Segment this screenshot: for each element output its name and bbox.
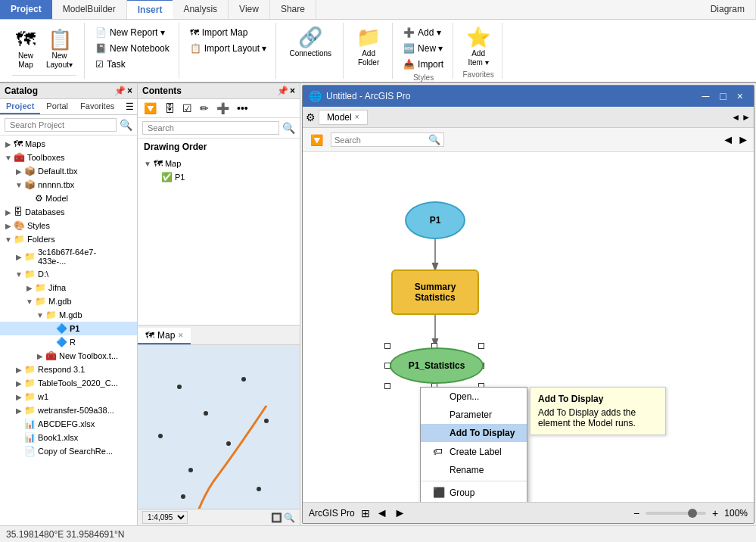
tab-view[interactable]: View xyxy=(229,0,270,19)
node-handle-tr[interactable] xyxy=(478,343,484,349)
win-maximize-button[interactable]: □ xyxy=(715,89,730,104)
list-item[interactable]: ▶ 📁 Respond 3.1 xyxy=(0,363,137,376)
context-menu-item-add-to-display[interactable]: Add To Display xyxy=(421,424,527,442)
model-tab-scroll-left[interactable]: ◄ xyxy=(731,112,740,123)
list-item[interactable]: ▶ 📁 TableTools_2020_C... xyxy=(0,376,137,390)
contents-edit-button[interactable]: ✏ xyxy=(197,101,212,116)
p1-node[interactable]: P1 xyxy=(405,201,465,239)
win-minimize-button[interactable]: ─ xyxy=(697,89,714,104)
list-item[interactable]: ▼ 📁 M.gdb xyxy=(0,294,137,308)
catalog-search-button[interactable]: 🔍 xyxy=(120,119,132,131)
list-item[interactable]: ▼ 📁 D:\ xyxy=(0,267,137,281)
add-item-button[interactable]: ⭐ AddItem ▾ xyxy=(462,24,494,69)
list-item[interactable]: 📊 Book1.xlsx xyxy=(0,431,137,444)
import-layout-button[interactable]: 📋 Import Layout ▾ xyxy=(187,42,270,55)
list-item[interactable]: ▶ 📁 wetransfer-509a38... xyxy=(0,403,137,417)
tab-share[interactable]: Share xyxy=(270,0,316,19)
catalog-search-input[interactable] xyxy=(5,118,117,132)
import-map-button[interactable]: 🗺 Import Map xyxy=(187,26,270,39)
context-menu-item-parameter[interactable]: Parameter xyxy=(421,406,527,424)
scale-select[interactable]: 1:4,095 xyxy=(142,511,188,524)
context-menu-item-open[interactable]: Open... xyxy=(421,388,527,406)
tab-diagram[interactable]: Diagram xyxy=(700,0,756,19)
list-item[interactable]: ▼ 🗺 Map xyxy=(138,157,300,170)
catalog-tab-project[interactable]: Project xyxy=(0,99,40,114)
model-tab[interactable]: Model × xyxy=(319,110,368,125)
contents-more-button[interactable]: ••• xyxy=(234,101,251,116)
tab-project[interactable]: Project xyxy=(0,0,52,19)
list-item[interactable]: ▶ 🎨 Styles xyxy=(0,219,137,232)
contents-filter-button[interactable]: 🔽 xyxy=(141,101,160,116)
catalog-pin-icon[interactable]: 📌 xyxy=(114,86,126,96)
model-canvas[interactable]: P1 SummaryStatistics P1_Statistics xyxy=(303,152,754,502)
zoom-out-button[interactable]: − xyxy=(633,507,639,519)
list-item[interactable]: ▼ 🧰 Toolboxes xyxy=(0,151,137,164)
contents-search-button[interactable]: 🔍 xyxy=(282,122,295,134)
contents-add-button[interactable]: ➕ xyxy=(213,101,232,116)
list-item[interactable]: ⚙ Model xyxy=(0,192,137,205)
contents-db-button[interactable]: 🗄 xyxy=(161,101,178,116)
status-back-button[interactable]: ◄ xyxy=(376,506,388,520)
contents-pin-icon[interactable]: 📌 xyxy=(277,86,288,96)
list-item[interactable]: ▶ 🗄 Databases xyxy=(0,205,137,219)
ribbon-group-newmap-label xyxy=(12,75,76,77)
filter-button[interactable]: 🔽 xyxy=(307,132,326,148)
context-menu-item-create-label[interactable]: 🏷 Create Label xyxy=(421,442,527,461)
new-layout-button[interactable]: 📋 NewLayout▾ xyxy=(42,26,76,71)
map-zoom-in-btn[interactable]: 🔍 xyxy=(284,512,295,523)
list-item[interactable]: 📊 ABCDEFG.xlsx xyxy=(0,417,137,431)
list-item[interactable]: ▶ 🗺 Maps xyxy=(0,137,137,151)
list-item[interactable]: 🔷 P1 xyxy=(0,322,137,335)
node-handle-tl[interactable] xyxy=(384,343,390,349)
list-item[interactable]: ✅ P1 xyxy=(138,170,300,184)
model-tab-scroll-right[interactable]: ► xyxy=(742,112,751,123)
map-area[interactable] xyxy=(138,345,300,509)
model-search-button[interactable]: 🔍 xyxy=(428,134,440,145)
task-button[interactable]: ☑ Task xyxy=(92,58,173,71)
list-item[interactable]: ▶ 🧰 New Toolbox.t... xyxy=(0,349,137,363)
contents-select-button[interactable]: ☑ xyxy=(179,101,195,116)
new-report-button[interactable]: 📄 New Report ▾ xyxy=(92,26,173,39)
catalog-menu-icon[interactable]: ☰ xyxy=(123,99,137,114)
list-item[interactable]: ▶ 📁 Jifna xyxy=(0,281,137,294)
import-styles-button[interactable]: 📥Import xyxy=(400,58,446,71)
tab-modelbuilder[interactable]: ModelBuilder xyxy=(52,0,127,19)
forward-nav-button[interactable]: ► xyxy=(737,133,749,147)
node-handle-bl[interactable] xyxy=(384,383,390,389)
model-search-input[interactable] xyxy=(334,136,425,145)
list-item[interactable]: 📄 Copy of SearchRe... xyxy=(0,444,137,458)
catalog-tab-portal[interactable]: Portal xyxy=(40,99,74,114)
map-tab-close[interactable]: × xyxy=(178,330,183,341)
context-menu-item-rename[interactable]: Rename xyxy=(421,461,527,479)
catalog-tab-favorites[interactable]: Favorites xyxy=(74,99,120,114)
list-item[interactable]: ▶ 📁 3c16b67f-64e7-433e-... xyxy=(0,246,137,267)
list-item[interactable]: 🔷 R xyxy=(0,335,137,349)
tab-analysis[interactable]: Analysis xyxy=(173,0,229,19)
list-item[interactable]: ▼ 📁 Folders xyxy=(0,232,137,246)
new-notebook-button[interactable]: 📓 New Notebook xyxy=(92,42,173,55)
list-item[interactable]: ▼ 📦 nnnnn.tbx xyxy=(0,178,137,192)
catalog-close-icon[interactable]: × xyxy=(127,86,132,96)
tab-insert[interactable]: Insert xyxy=(127,0,173,19)
new-map-button[interactable]: 🗺 NewMap xyxy=(12,26,39,71)
win-close-button[interactable]: × xyxy=(733,89,748,104)
list-item[interactable]: ▼ 📁 M.gdb xyxy=(0,308,137,322)
summary-statistics-node[interactable]: SummaryStatistics xyxy=(391,269,479,315)
map-nav-btn[interactable]: 🔲 xyxy=(271,512,282,523)
contents-search-input[interactable] xyxy=(142,121,279,135)
connections-button[interactable]: 🔗 Connections xyxy=(285,24,335,59)
contents-close-icon[interactable]: × xyxy=(290,86,295,96)
new-styles-button[interactable]: 🆕New ▾ xyxy=(400,42,446,55)
p1-statistics-node[interactable]: P1_Statistics xyxy=(390,347,484,384)
back-nav-button[interactable]: ◄ xyxy=(722,133,734,147)
zoom-in-button[interactable]: + xyxy=(712,507,718,519)
add-styles-button[interactable]: ➕Add ▾ xyxy=(400,26,446,39)
map-tab-map[interactable]: 🗺 Map × xyxy=(138,328,191,344)
list-item[interactable]: ▶ 📦 Default.tbx xyxy=(0,164,137,178)
status-grid-button[interactable]: ⊞ xyxy=(361,507,370,519)
status-forward-button[interactable]: ► xyxy=(394,506,406,520)
list-item[interactable]: ▶ 📁 w1 xyxy=(0,390,137,403)
add-folder-button[interactable]: 📁 AddFolder xyxy=(353,24,384,69)
context-menu-item-group[interactable]: ⬛ Group xyxy=(421,483,527,502)
model-tab-close[interactable]: × xyxy=(355,113,359,121)
